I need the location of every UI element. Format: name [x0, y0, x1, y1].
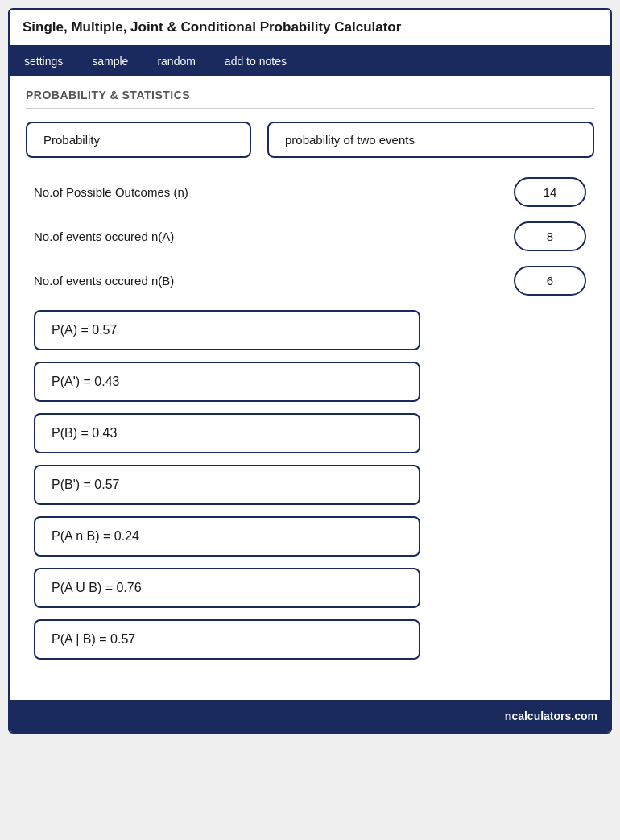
input-row-n: No.of Possible Outcomes (n)	[26, 177, 594, 207]
brand-label: ncalculators.com	[505, 710, 597, 722]
app-container: Single, Multiple, Joint & Conditional Pr…	[8, 8, 612, 734]
brand-footer: ncalculators.com	[10, 700, 610, 732]
input-n[interactable]	[514, 177, 586, 207]
toolbar: settings sample random add to notes	[10, 47, 610, 76]
sample-button[interactable]: sample	[77, 47, 143, 76]
main-content: PROBABILITY & STATISTICS Probability pro…	[10, 76, 610, 684]
title-bar: Single, Multiple, Joint & Conditional Pr…	[10, 10, 610, 47]
result-pA: P(A) = 0.57	[34, 310, 420, 350]
input-row-nA: No.of events occured n(A)	[26, 221, 594, 251]
result-pA-prime: P(A') = 0.43	[34, 362, 420, 402]
random-button[interactable]: random	[143, 47, 209, 76]
result-pB-prime: P(B') = 0.57	[34, 465, 420, 505]
results-section: P(A) = 0.57 P(A') = 0.43 P(B) = 0.43 P(B…	[26, 310, 594, 660]
result-pB: P(B) = 0.43	[34, 413, 420, 453]
result-pAuB: P(A U B) = 0.76	[34, 568, 420, 608]
input-label-nA: No.of events occured n(A)	[34, 228, 514, 245]
input-nB[interactable]	[514, 266, 586, 296]
settings-button[interactable]: settings	[10, 47, 77, 76]
probability-selector[interactable]: Probability	[26, 122, 251, 158]
input-row-nB: No.of events occured n(B)	[26, 266, 594, 296]
add-to-notes-button[interactable]: add to notes	[210, 47, 301, 76]
selector-row: Probability probability of two events	[26, 122, 594, 158]
input-nA[interactable]	[514, 221, 586, 251]
type-selector[interactable]: probability of two events	[267, 122, 594, 158]
result-pAgB: P(A | B) = 0.57	[34, 619, 420, 660]
input-label-nB: No.of events occured n(B)	[34, 272, 514, 289]
result-pAnB: P(A n B) = 0.24	[34, 516, 420, 557]
app-title: Single, Multiple, Joint & Conditional Pr…	[23, 19, 401, 35]
section-header: PROBABILITY & STATISTICS	[26, 89, 594, 109]
input-label-n: No.of Possible Outcomes (n)	[34, 184, 514, 201]
